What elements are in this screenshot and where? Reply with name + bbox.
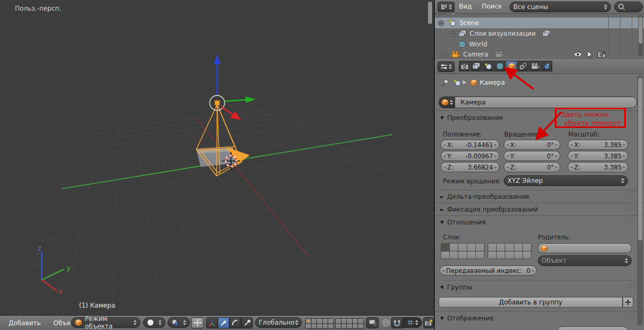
outliner-editor: − menu − Scene + Слои визуализации | Wor… — [435, 0, 644, 59]
lock-to-scene-button[interactable] — [366, 317, 379, 328]
add-to-group-button[interactable]: Добавить в группу — [439, 297, 623, 308]
parent-object-field[interactable] — [538, 243, 632, 253]
object-name-field[interactable]: Камера — [439, 96, 637, 108]
render-still-button[interactable] — [423, 317, 434, 328]
layer-cell-active[interactable] — [441, 244, 449, 251]
rotation-y-field[interactable]: ◂Y:0°▸ — [504, 151, 560, 161]
outliner-scrollbar[interactable] — [638, 15, 643, 57]
scale-y-field[interactable]: ◂Y:3.385▸ — [568, 151, 628, 161]
tab-object[interactable] — [506, 61, 517, 71]
move-manipulator-button[interactable] — [218, 317, 229, 328]
relations-layers-grid-2[interactable] — [488, 243, 531, 259]
panel-grip[interactable] — [624, 282, 635, 288]
selectability-cursor-icon[interactable] — [587, 51, 593, 58]
move-arrow-icon — [220, 319, 227, 327]
outliner-row-camera[interactable]: + Camera | — [435, 49, 644, 59]
tab-scene[interactable] — [482, 61, 494, 71]
location-x-field[interactable]: ◂X:-0.14461▸ — [441, 140, 499, 150]
properties-scrollbar[interactable] — [637, 75, 643, 326]
rotation-mode-label: Режим вращения: — [443, 178, 501, 185]
layer-cell-active[interactable] — [306, 319, 311, 324]
proportional-edit-button[interactable] — [380, 317, 392, 328]
outliner-scope-select[interactable]: Все сцены — [510, 2, 611, 12]
tab-constraints[interactable] — [518, 61, 529, 71]
tab-object-data[interactable] — [529, 61, 540, 71]
expand-icon[interactable]: + — [442, 52, 448, 58]
id-browse-button[interactable] — [439, 97, 455, 108]
new-group-button[interactable] — [623, 297, 633, 308]
breadcrumb: ▶ Камера — [435, 74, 644, 92]
manipulator-toggle-button[interactable] — [191, 317, 204, 328]
pivot-point-icon — [171, 319, 179, 326]
outliner-search-input[interactable] — [614, 2, 643, 12]
rotation-x-field[interactable]: ◂X:0°▸ — [504, 140, 560, 150]
scale-label: Масштаб: — [568, 131, 600, 138]
parent-type-select[interactable]: Объект — [538, 255, 632, 266]
location-y-field[interactable]: ◂Y:-0.00967▸ — [441, 151, 499, 161]
object-cube-icon — [441, 99, 449, 106]
add-menu[interactable]: Добавить — [9, 319, 41, 327]
snap-toggle-button[interactable] — [391, 317, 403, 328]
rotation-mode-select[interactable]: XYZ Эйлер — [504, 175, 628, 186]
snap-element-select[interactable] — [403, 317, 422, 328]
layers-grid-2[interactable] — [335, 318, 364, 329]
magnet-icon — [393, 319, 401, 327]
panel-header-delta-transform[interactable]: ►Дельта-преобразование — [440, 193, 529, 200]
tab-render[interactable] — [459, 61, 470, 71]
panel-header-relations[interactable]: ▼Отношения — [440, 219, 486, 226]
scale-manipulator-button[interactable] — [241, 317, 253, 328]
rotation-z-field[interactable]: ◂Z:0°▸ — [504, 162, 560, 172]
object-data-tab-icon — [530, 62, 539, 70]
panel-grip[interactable] — [624, 217, 635, 223]
panel-header-transform[interactable]: ▼Преобразование — [440, 114, 503, 122]
panel-grip[interactable] — [624, 204, 635, 211]
renderability-camera-icon[interactable] — [598, 51, 606, 58]
tab-physics[interactable] — [541, 61, 552, 71]
column-divider — [608, 13, 609, 59]
pass-index-field[interactable]: ◂ Передаваемый индекс: 0 ▸ — [440, 265, 537, 276]
rotate-manipulator-button[interactable] — [229, 317, 241, 328]
gizmo-y-arrow[interactable] — [225, 100, 246, 101]
transform-gizmo[interactable] — [210, 54, 256, 120]
scale-x-field[interactable]: ◂X:3.385▸ — [568, 140, 628, 150]
camera-data-icon — [495, 51, 504, 58]
pin-icon[interactable] — [441, 79, 449, 87]
outliner-view-menu[interactable]: Вид — [459, 3, 472, 10]
parent-label: Родитель: — [538, 234, 570, 241]
properties-editor-icon — [440, 63, 448, 70]
panel-header-groups[interactable]: ▼Группы — [440, 284, 472, 291]
collapse-icon[interactable]: − — [438, 20, 444, 26]
render-layers-icon-2 — [542, 30, 550, 37]
display-field-partial[interactable] — [558, 326, 628, 330]
panel-grip[interactable] — [624, 313, 635, 319]
layers-label: Слои: — [443, 234, 461, 241]
translate-manipulator-button[interactable] — [206, 317, 218, 328]
pivot-point-select[interactable] — [168, 317, 190, 328]
visibility-eye-icon[interactable] — [574, 51, 582, 58]
panel-header-display[interactable]: ▼Отображение — [440, 315, 494, 322]
scale-z-field[interactable]: ◂Z:3.385▸ — [568, 162, 628, 172]
mode-select[interactable]: Режим объекта — [71, 317, 140, 328]
layers-grid-1[interactable] — [305, 318, 334, 329]
panel-grip[interactable] — [624, 191, 635, 198]
tab-world[interactable] — [494, 61, 505, 71]
relations-layers-grid-1[interactable] — [441, 243, 484, 259]
outliner-row-render-layers[interactable]: + Слои визуализации | — [435, 28, 644, 39]
viewport-3d[interactable]: Польз.-персп. (1) Камера z y x — [0, 0, 434, 315]
outliner-search-menu[interactable]: Поиск — [482, 3, 502, 10]
orientation-select[interactable]: Глобально — [255, 317, 302, 328]
expand-icon[interactable]: + — [450, 31, 456, 37]
tab-render-layers[interactable] — [471, 61, 482, 71]
outliner-editor-icon — [440, 4, 448, 10]
camera-object[interactable] — [196, 101, 250, 176]
panel-header-transform-locks[interactable]: ►Фиксация преобразований — [440, 206, 538, 213]
editor-type-button[interactable] — [438, 61, 455, 72]
viewport-scrollbar[interactable] — [427, 1, 433, 25]
viewport-shading-select[interactable] — [143, 317, 165, 328]
object-tab-icon — [508, 62, 515, 70]
outliner-row-scene[interactable]: − Scene — [435, 18, 644, 28]
gizmo-x-arrow[interactable] — [221, 107, 234, 115]
editor-type-button[interactable] — [438, 2, 455, 12]
outliner-row-world[interactable]: World — [435, 39, 644, 50]
location-z-field[interactable]: ◂Z:3.66824▸ — [441, 162, 499, 172]
